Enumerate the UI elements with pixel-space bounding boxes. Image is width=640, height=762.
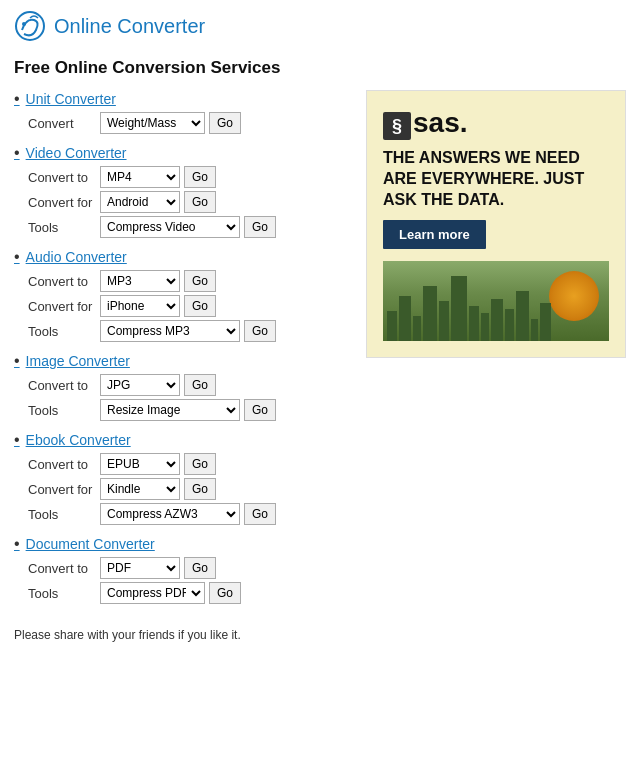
go-button[interactable]: Go <box>184 166 216 188</box>
page-title: Free Online Conversion Services <box>14 58 626 78</box>
svg-point-1 <box>22 22 26 26</box>
converter-row: Convert forKindleKoboiPadNookGo <box>28 478 350 500</box>
converter-item: •Document ConverterConvert toPDFDOCDOCXT… <box>14 535 350 604</box>
site-title: Online Converter <box>54 15 205 38</box>
row-label: Tools <box>28 403 96 418</box>
bullet-icon: • <box>14 431 20 449</box>
go-button[interactable]: Go <box>244 320 276 342</box>
go-button[interactable]: Go <box>244 216 276 238</box>
bullet-icon: • <box>14 90 20 108</box>
building <box>387 311 397 341</box>
select-1-2[interactable]: Compress VideoCut VideoMerge Video <box>100 216 240 238</box>
select-3-0[interactable]: JPGPNGGIFBMPTIFF <box>100 374 180 396</box>
converter-name[interactable]: •Document Converter <box>14 535 350 553</box>
select-3-1[interactable]: Resize ImageCompress ImageCrop Image <box>100 399 240 421</box>
row-label: Convert for <box>28 299 96 314</box>
converter-row: ToolsCompress AZW3Compress EPUBCompress … <box>28 503 350 525</box>
ad-tagline: THE ANSWERS WE NEED ARE EVERYWHERE. JUST… <box>383 148 609 210</box>
row-label: Convert for <box>28 195 96 210</box>
footer-note: Please share with your friends if you li… <box>14 628 626 642</box>
select-2-2[interactable]: Compress MP3Cut MP3Merge MP3 <box>100 320 240 342</box>
converter-row: Convert toPDFDOCDOCXTXTODTGo <box>28 557 350 579</box>
row-label: Tools <box>28 324 96 339</box>
building <box>423 286 437 341</box>
row-label: Convert to <box>28 561 96 576</box>
city-skyline <box>383 276 609 341</box>
converter-row: ToolsCompress PDFMerge PDFSplit PDFGo <box>28 582 350 604</box>
building <box>399 296 411 341</box>
building <box>481 313 489 341</box>
converter-row: ConvertWeight/MassLengthTemperatureVolum… <box>28 112 350 134</box>
converters-list: •Unit ConverterConvertWeight/MassLengthT… <box>14 90 350 614</box>
select-2-0[interactable]: MP3WAVAACFLACOGG <box>100 270 180 292</box>
converter-name[interactable]: •Audio Converter <box>14 248 350 266</box>
converter-row: Convert toEPUBMOBIPDFAZW3Go <box>28 453 350 475</box>
building <box>540 303 551 341</box>
go-button[interactable]: Go <box>209 582 241 604</box>
converter-name[interactable]: •Image Converter <box>14 352 350 370</box>
converter-name[interactable]: •Ebook Converter <box>14 431 350 449</box>
row-label: Convert to <box>28 378 96 393</box>
go-button[interactable]: Go <box>244 399 276 421</box>
go-button[interactable]: Go <box>184 478 216 500</box>
converter-row: Convert foriPhoneAndroidMP3 PlayerGo <box>28 295 350 317</box>
sas-logo: §sas. <box>383 107 609 140</box>
row-label: Tools <box>28 507 96 522</box>
bullet-icon: • <box>14 248 20 266</box>
row-label: Tools <box>28 586 96 601</box>
ad-city-bg <box>383 261 609 341</box>
row-label: Convert to <box>28 457 96 472</box>
ad-panel: §sas. THE ANSWERS WE NEED ARE EVERYWHERE… <box>366 90 626 358</box>
header: Online Converter <box>14 10 626 46</box>
go-button[interactable]: Go <box>184 191 216 213</box>
go-button[interactable]: Go <box>244 503 276 525</box>
go-button[interactable]: Go <box>184 453 216 475</box>
learn-more-button[interactable]: Learn more <box>383 220 486 249</box>
converter-name[interactable]: •Video Converter <box>14 144 350 162</box>
converter-row: Convert toMP4AVIMOVMKVWMVGo <box>28 166 350 188</box>
building <box>469 306 479 341</box>
row-label: Convert <box>28 116 96 131</box>
select-4-0[interactable]: EPUBMOBIPDFAZW3 <box>100 453 180 475</box>
select-2-1[interactable]: iPhoneAndroidMP3 Player <box>100 295 180 317</box>
select-5-0[interactable]: PDFDOCDOCXTXTODT <box>100 557 180 579</box>
bullet-icon: • <box>14 535 20 553</box>
converter-item: •Ebook ConverterConvert toEPUBMOBIPDFAZW… <box>14 431 350 525</box>
building <box>413 316 421 341</box>
converter-item: •Audio ConverterConvert toMP3WAVAACFLACO… <box>14 248 350 342</box>
converter-item: •Unit ConverterConvertWeight/MassLengthT… <box>14 90 350 134</box>
row-label: Tools <box>28 220 96 235</box>
select-0-0[interactable]: Weight/MassLengthTemperatureVolumeSpeed <box>100 112 205 134</box>
select-4-2[interactable]: Compress AZW3Compress EPUBCompress MOBI <box>100 503 240 525</box>
building <box>505 309 514 341</box>
select-1-0[interactable]: MP4AVIMOVMKVWMV <box>100 166 180 188</box>
converter-row: ToolsResize ImageCompress ImageCrop Imag… <box>28 399 350 421</box>
select-1-1[interactable]: AndroidiPhoneiPadPS4 <box>100 191 180 213</box>
go-button[interactable]: Go <box>184 557 216 579</box>
go-button[interactable]: Go <box>184 270 216 292</box>
site-logo-icon <box>14 10 46 42</box>
ad-inner: §sas. THE ANSWERS WE NEED ARE EVERYWHERE… <box>367 91 625 357</box>
converter-row: Convert toMP3WAVAACFLACOGGGo <box>28 270 350 292</box>
go-button[interactable]: Go <box>184 295 216 317</box>
go-button[interactable]: Go <box>209 112 241 134</box>
row-label: Convert to <box>28 274 96 289</box>
building <box>451 276 467 341</box>
sas-s-icon: § <box>383 112 411 140</box>
building <box>439 301 449 341</box>
converter-item: •Video ConverterConvert toMP4AVIMOVMKVWM… <box>14 144 350 238</box>
select-5-1[interactable]: Compress PDFMerge PDFSplit PDF <box>100 582 205 604</box>
building <box>531 319 538 341</box>
converter-row: Convert toJPGPNGGIFBMPTIFFGo <box>28 374 350 396</box>
row-label: Convert to <box>28 170 96 185</box>
bullet-icon: • <box>14 144 20 162</box>
converter-row: ToolsCompress VideoCut VideoMerge VideoG… <box>28 216 350 238</box>
bullet-icon: • <box>14 352 20 370</box>
building <box>516 291 529 341</box>
building <box>491 299 503 341</box>
select-4-1[interactable]: KindleKoboiPadNook <box>100 478 180 500</box>
converter-row: ToolsCompress MP3Cut MP3Merge MP3Go <box>28 320 350 342</box>
converter-name[interactable]: •Unit Converter <box>14 90 350 108</box>
go-button[interactable]: Go <box>184 374 216 396</box>
converter-item: •Image ConverterConvert toJPGPNGGIFBMPTI… <box>14 352 350 421</box>
